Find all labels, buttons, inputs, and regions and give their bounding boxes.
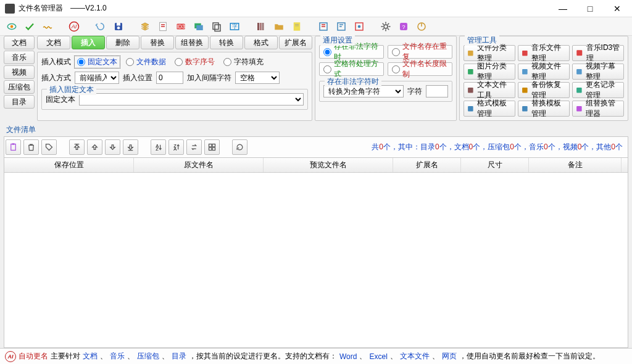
tab-ext[interactable]: 扩展名 <box>279 36 312 49</box>
top-icon[interactable] <box>69 139 85 155</box>
tab-replace[interactable]: 替换 <box>141 36 174 49</box>
books-icon[interactable] <box>253 19 268 34</box>
folder-icon[interactable] <box>271 19 286 34</box>
id3-icon[interactable]: ID3 <box>173 19 188 34</box>
tab-format[interactable]: 格式 <box>244 36 278 49</box>
sort-asc-icon[interactable]: AZ <box>151 139 166 155</box>
bottom-icon[interactable] <box>123 139 138 155</box>
tab-greplace[interactable]: 组替换 <box>175 36 209 49</box>
file-table[interactable]: 保存位置原文件名预览文件名扩展名尺寸备注 <box>4 157 628 348</box>
col-5[interactable]: 备注 <box>529 158 622 172</box>
tool-2[interactable]: 音乐ID3管理 <box>572 45 624 61</box>
check-icon[interactable] <box>22 19 37 34</box>
status-bar: AI 自动更名 主要针对 文档、 音乐、 压缩包、 目录 ，按其当前的设定进行更… <box>0 348 632 364</box>
fixed-text-label: 固定文本 <box>46 94 75 105</box>
close-button[interactable]: ✕ <box>604 0 631 17</box>
copy-icon[interactable] <box>209 19 224 34</box>
insert-gap-select[interactable]: 空格 <box>235 72 280 84</box>
tool-11[interactable]: 组替换管理器 <box>572 101 624 117</box>
tool-9[interactable]: 格式模板管理 <box>464 101 515 117</box>
doc-red-icon[interactable] <box>155 19 170 34</box>
tpl3-icon[interactable] <box>351 19 367 34</box>
opt-space[interactable]: 空格符处理方式 <box>319 62 384 76</box>
side-tab-music[interactable]: 音乐 <box>4 51 35 64</box>
swap-icon[interactable] <box>186 139 202 155</box>
fixed-text-legend: 插入固定文本 <box>47 85 96 95</box>
tool-5[interactable]: 视频字幕整理 <box>572 64 624 80</box>
tool-6[interactable]: 文本文件工具 <box>464 82 515 98</box>
opt-illegal-char[interactable]: 存在非法字符时 <box>319 45 384 59</box>
refresh-icon[interactable] <box>232 139 247 155</box>
general-title: 通用设置 <box>320 35 355 46</box>
svg-point-28 <box>384 25 388 28</box>
col-4[interactable]: 尺寸 <box>461 158 529 172</box>
note-icon[interactable] <box>289 19 304 34</box>
tab-convert[interactable]: 转换 <box>210 36 243 49</box>
mode-char-fill[interactable]: 字符填充 <box>221 56 266 68</box>
tool-10[interactable]: 替换模板管理 <box>518 101 570 117</box>
svg-rect-21 <box>293 22 300 31</box>
tag-icon[interactable] <box>41 139 57 155</box>
trash-icon[interactable] <box>23 139 39 155</box>
side-tab-dir[interactable]: 目录 <box>4 95 35 109</box>
tool-1[interactable]: 音乐文件整理 <box>518 45 570 61</box>
tool-icon <box>521 48 529 58</box>
opt-dup-name[interactable]: 文件名存在重复 <box>388 45 452 59</box>
grid-icon[interactable] <box>204 139 220 155</box>
col-3[interactable]: 扩展名 <box>393 158 461 172</box>
svg-rect-23 <box>295 25 299 26</box>
insert-gap-label: 加入间隔字符 <box>187 73 231 83</box>
fixed-text-input[interactable] <box>79 93 304 105</box>
insert-way-select[interactable]: 前端插入 <box>75 72 119 84</box>
tpl1-icon[interactable] <box>315 19 331 34</box>
subtitle-icon[interactable]: 字 <box>227 19 242 34</box>
tool-icon <box>575 104 583 114</box>
col-1[interactable]: 原文件名 <box>134 158 264 172</box>
file-list-toolbar: AZ ZA 共0个，其中：目录0个，文档0个，压缩包0个，音乐0个，视频0个，其… <box>4 136 628 157</box>
eye-icon[interactable] <box>4 19 19 34</box>
images-icon[interactable] <box>191 19 206 34</box>
tool-3[interactable]: 图片分类整理 <box>464 64 515 80</box>
illegal-tail-input[interactable] <box>426 85 448 97</box>
opt-length[interactable]: 文件名长度限制 <box>388 62 452 76</box>
config-row: 文档 音乐 视频 压缩包 目录 文档 插入 删除 替换 组替换 转换 格式 扩展… <box>0 36 632 123</box>
stack-icon[interactable] <box>137 19 152 34</box>
tool-icon <box>467 104 475 114</box>
mode-num-seq[interactable]: 数字序号 <box>172 56 217 68</box>
wave-icon[interactable] <box>40 19 55 34</box>
minimize-button[interactable]: — <box>549 0 576 17</box>
tab-insert[interactable]: 插入 <box>72 36 105 49</box>
ai-icon[interactable]: AI <box>66 19 81 34</box>
sort-desc-icon[interactable]: ZA <box>168 139 184 155</box>
up-icon[interactable] <box>87 139 102 155</box>
power-icon[interactable] <box>414 19 429 34</box>
tpl2-icon[interactable] <box>333 19 349 34</box>
tool-4[interactable]: 视频文件整理 <box>518 64 570 80</box>
tab-delete[interactable]: 删除 <box>106 36 139 49</box>
side-tab-zip[interactable]: 压缩包 <box>4 80 35 94</box>
side-tab-doc[interactable]: 文档 <box>4 36 35 49</box>
illegal-action-select[interactable]: 转换为全角字符 <box>323 85 404 97</box>
svg-rect-40 <box>576 88 581 93</box>
side-tab-video[interactable]: 视频 <box>4 65 35 79</box>
svg-point-6 <box>117 27 120 30</box>
save-icon[interactable] <box>110 19 126 34</box>
tool-7[interactable]: 备份恢复管理 <box>518 82 570 98</box>
tab-doc[interactable]: 文档 <box>37 36 70 49</box>
down-icon[interactable] <box>105 139 120 155</box>
illegal-tail-label: 字符 <box>407 86 422 97</box>
mode-file-data[interactable]: 文件数据 <box>123 56 168 68</box>
paste-icon[interactable] <box>6 139 21 155</box>
file-list-section: 文件清单 AZ ZA 共0个，其中：目录0个，文档0个，压缩包0个，音乐0个，视… <box>0 123 632 348</box>
col-2[interactable]: 预览文件名 <box>264 158 393 172</box>
svg-rect-34 <box>576 50 582 56</box>
tool-8[interactable]: 更名记录管理 <box>572 82 624 98</box>
undo-icon[interactable] <box>93 19 108 34</box>
col-0[interactable]: 保存位置 <box>4 158 134 172</box>
insert-pos-input[interactable] <box>156 72 183 84</box>
gear-icon[interactable] <box>378 19 393 34</box>
mode-fixed-text[interactable]: 固定文本 <box>75 56 120 68</box>
help-icon[interactable]: ? <box>396 19 411 34</box>
tool-0[interactable]: 文件分类整理 <box>464 45 515 61</box>
maximize-button[interactable]: □ <box>576 0 604 17</box>
